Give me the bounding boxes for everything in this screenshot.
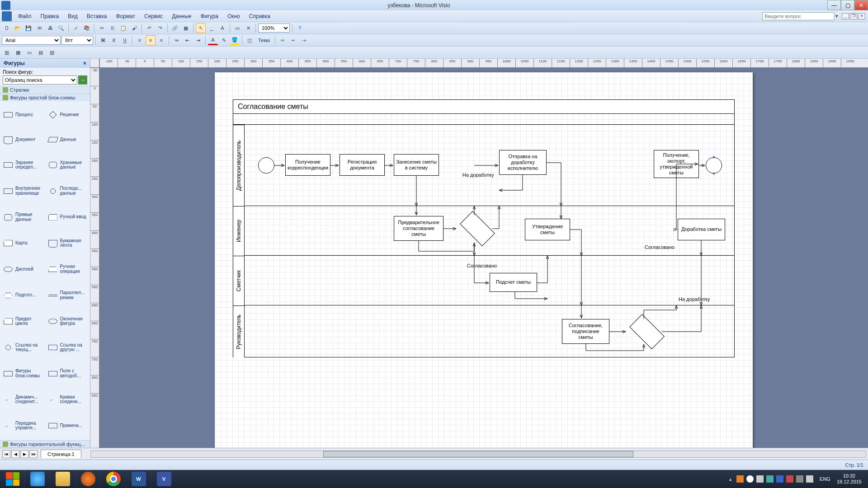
minimize-button[interactable]: — [827, 0, 841, 10]
process-box[interactable]: Регистрация документа [340, 154, 385, 176]
maximize-button[interactable]: ▢ [841, 0, 854, 10]
connector-tool-button[interactable]: ⎯ [207, 23, 217, 33]
shape-item[interactable]: Дисплей [2, 257, 44, 282]
lane-label-4[interactable]: Руководитель [233, 305, 245, 357]
undo-button[interactable]: ↶ [144, 23, 154, 33]
menu-file[interactable]: Файл [14, 11, 36, 21]
fill-color-button[interactable]: 🪣 [230, 35, 240, 45]
drawing-page[interactable]: Согласование сметы Делопроизводитель Пол… [215, 72, 753, 448]
tray-icon[interactable] [756, 475, 764, 483]
italic-button[interactable]: К [109, 35, 119, 45]
process-box[interactable]: Предварительное согласование сметы [394, 216, 443, 241]
doc-restore-button[interactable]: ❐ [850, 13, 857, 19]
horizontal-scrollbar[interactable] [90, 450, 866, 458]
tray-language[interactable]: ENG [818, 475, 832, 483]
help-search-input[interactable] [762, 12, 835, 20]
shape-item[interactable]: Данные [47, 128, 89, 152]
doc-close-button[interactable]: × [858, 13, 865, 19]
decrease-indent-button[interactable]: ⇤ [182, 35, 192, 45]
align-left-button[interactable]: ≡ [135, 35, 145, 45]
lane-label-2[interactable]: Инженер [233, 206, 245, 256]
shape-item[interactable]: Бумажная лента [47, 230, 89, 256]
research-button[interactable]: 📚 [82, 23, 92, 33]
canvas-viewport[interactable]: Согласование сметы Делопроизводитель Пол… [99, 68, 868, 448]
tray-icon[interactable] [736, 475, 744, 483]
close-button[interactable]: ✕ [854, 0, 868, 10]
menu-tools[interactable]: Сервис [140, 11, 167, 21]
font-color-button[interactable]: A [208, 35, 218, 45]
flow-label[interactable]: На доработку [679, 296, 710, 302]
taskbar-word[interactable]: W [126, 470, 151, 488]
bullets-button[interactable]: ≔ [171, 35, 181, 45]
shadow-button[interactable]: ◫ [245, 35, 255, 45]
visio-icon[interactable] [2, 11, 12, 21]
copy-button[interactable]: ⎘ [108, 23, 118, 33]
shape-item[interactable]: Фигуры блок-схемы [2, 361, 44, 386]
menu-help[interactable]: Справка [245, 11, 275, 21]
pointer-tool-button[interactable]: ↖ [196, 23, 206, 33]
menu-data[interactable]: Данные [167, 11, 196, 21]
theme-label[interactable]: Тема [255, 38, 273, 43]
page-tab[interactable]: Страница-1 [41, 450, 81, 458]
print-preview-button[interactable]: 🔍 [56, 23, 66, 33]
end-shape[interactable] [706, 157, 722, 174]
shape-item[interactable]: Прямые данные [2, 205, 44, 230]
new-button[interactable]: 🗋 [2, 23, 12, 33]
menu-format[interactable]: Формат [111, 11, 140, 21]
align-right-button[interactable]: ≡ [156, 35, 166, 45]
process-box[interactable]: Отправка на доработку исполнителю [499, 150, 547, 175]
shapes-search-go-button[interactable]: → [78, 75, 87, 84]
shape-item[interactable]: Кривая соедини... [47, 387, 89, 413]
shape-item[interactable]: Карта [2, 230, 44, 256]
line-ends-button[interactable]: ⇢ [299, 35, 309, 45]
stencil-horizontal-func[interactable]: Фигуры горизонтальной функц... [0, 440, 90, 448]
underline-button[interactable]: Ч [120, 35, 130, 45]
flow-label[interactable]: На доработку [462, 172, 494, 178]
tray-icon[interactable] [746, 475, 754, 483]
redo-button[interactable]: ↷ [155, 23, 165, 33]
line-weight-button[interactable]: ═ [278, 35, 288, 45]
zoom-combo[interactable]: 100% [258, 23, 290, 33]
insert-button[interactable]: ▦ [181, 23, 191, 33]
shape-item[interactable]: Передача управле... [2, 413, 44, 438]
data-button[interactable]: ▧ [47, 47, 57, 57]
process-box[interactable]: Подсчет сметы [490, 273, 537, 292]
shape-item[interactable]: Внутреннее хранилище [2, 178, 44, 204]
drawing-explorer-button[interactable]: ▤ [36, 47, 46, 57]
paste-button[interactable]: 📋 [118, 23, 128, 33]
tray-icon[interactable] [766, 475, 774, 483]
tray-icon[interactable] [776, 475, 783, 483]
spelling-button[interactable]: ✓ [71, 23, 81, 33]
shape-item[interactable]: Оконечная фигура [47, 309, 89, 334]
prev-page-button[interactable]: ◀ [11, 450, 19, 458]
connection-point-button[interactable]: ✕ [243, 23, 253, 33]
shape-item[interactable]: Заранее определ... [2, 152, 44, 178]
menu-window[interactable]: Окно [223, 11, 245, 21]
next-page-button[interactable]: ▶ [20, 450, 28, 458]
decision-shape[interactable] [631, 323, 663, 341]
shape-item[interactable]: Динамич... соединит... [2, 387, 44, 413]
rectangle-tool-button[interactable]: ▭ [232, 23, 242, 33]
email-button[interactable]: ✉ [34, 23, 44, 33]
taskbar-ie[interactable] [24, 470, 50, 488]
tray-network-icon[interactable] [796, 475, 803, 483]
shape-item[interactable]: Процесс [2, 103, 44, 127]
start-button[interactable] [1, 470, 24, 488]
doc-minimize-button[interactable]: _ [842, 13, 849, 19]
taskbar-firefox[interactable] [75, 470, 100, 488]
shape-item[interactable]: Хранимые данные [47, 152, 89, 178]
pan-zoom-button[interactable]: ▦ [13, 47, 23, 57]
font-combo[interactable]: Arial [2, 36, 61, 45]
line-pattern-button[interactable]: ┅ [288, 35, 298, 45]
shapes-window-button[interactable]: ▥ [2, 47, 12, 57]
align-center-button[interactable]: ≡ [146, 35, 156, 45]
shape-item[interactable]: Предел цикла [2, 309, 44, 334]
lane-label-3[interactable]: Сметчик [233, 256, 245, 305]
menu-shape[interactable]: Фигура [196, 11, 222, 21]
stencil-arrows[interactable]: Стрелки [0, 86, 90, 94]
shapes-panel-close-icon[interactable]: × [83, 60, 86, 66]
process-box[interactable]: Получение корреспонденции [285, 154, 330, 176]
shape-item[interactable]: Поле с автодоб... [47, 361, 89, 386]
shape-item[interactable]: Подгото... [2, 283, 44, 308]
shape-item[interactable]: Последо... данные [47, 178, 89, 204]
